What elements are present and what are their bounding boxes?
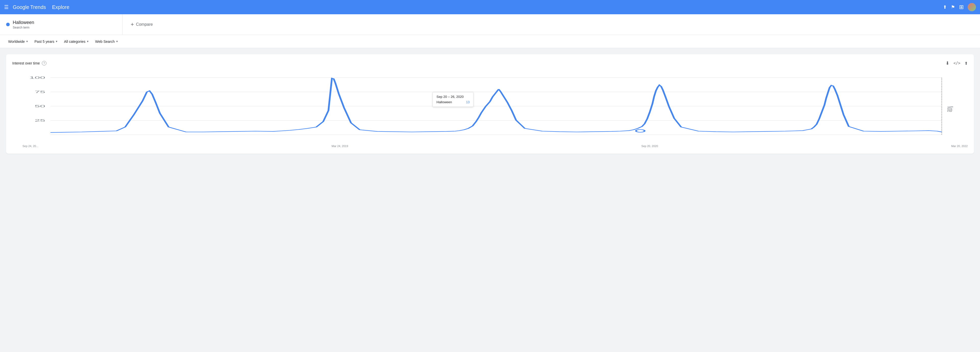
x-label-4: Mar 20, 2022 [951,144,968,147]
search-term-name[interactable]: Halloween [13,20,34,25]
share-icon[interactable]: ⬆ [943,4,947,10]
tooltip-date: Sep 20 – 26, 2020 [436,95,469,98]
chart-svg: 100 75 50 25 Note [12,72,968,144]
search-term-label: Search term [13,26,34,29]
embed-icon[interactable]: </> [953,61,960,65]
filter-time-arrow: ▼ [56,40,58,43]
download-icon[interactable]: ⬇ [945,60,950,66]
tooltip: Sep 20 – 26, 2020 Halloween 13 [433,92,473,107]
x-label-3: Sep 20, 2020 [641,144,658,147]
filter-location[interactable]: Worldwide ▼ [6,38,30,44]
header-explore-label: Explore [52,4,69,10]
compare-label: Compare [136,22,153,27]
header: ☰ Google Trends Explore ⬆ ⚑ ⊞ [0,0,980,14]
chart-wrapper: 100 75 50 25 Note Sep 20 – 26, 20 [12,72,968,144]
flag-icon[interactable]: ⚑ [951,4,955,10]
filter-category-arrow: ▼ [86,40,89,43]
main-content: Interest over time ? ⬇ </> ⬆ 100 75 50 2… [0,48,980,160]
search-term-box: Halloween Search term [0,14,123,35]
avatar-image [968,3,976,11]
x-label-2: Mar 24, 2019 [331,144,348,147]
svg-text:Note: Note [945,106,955,112]
google-trends-logo: Google Trends [13,4,46,10]
filter-search-type[interactable]: Web Search ▼ [93,38,121,44]
logo-trends: Trends [30,4,46,10]
svg-text:25: 25 [35,119,45,122]
search-dot [6,23,10,26]
filter-search-type-label: Web Search [95,40,115,44]
share-chart-icon[interactable]: ⬆ [964,61,968,66]
tooltip-value: 13 [466,100,469,104]
svg-text:75: 75 [35,90,45,94]
tooltip-dot [636,130,645,132]
filter-category-label: All categories [64,40,86,44]
filter-time-range-label: Past 5 years [35,40,54,44]
avatar[interactable] [968,3,976,11]
x-label-1: Sep 24, 20... [22,144,38,147]
compare-box[interactable]: + Compare [123,21,980,28]
filters-bar: Worldwide ▼ Past 5 years ▼ All categorie… [0,35,980,48]
search-term-text: Halloween Search term [13,20,34,29]
tooltip-term: Halloween [436,100,452,104]
chart-actions: ⬇ </> ⬆ [945,60,968,66]
filter-location-label: Worldwide [8,40,25,44]
chart-title: Interest over time [12,61,40,65]
svg-text:50: 50 [35,105,45,108]
help-icon[interactable]: ? [42,61,46,65]
apps-icon[interactable]: ⊞ [959,4,964,10]
search-area: Halloween Search term + Compare [0,14,980,35]
svg-text:100: 100 [29,76,45,79]
hamburger-icon[interactable]: ☰ [4,4,9,10]
logo-google: Google [13,4,29,10]
filter-search-type-arrow: ▼ [116,40,118,43]
compare-plus-icon: + [130,21,134,28]
tooltip-row: Halloween 13 [436,100,469,104]
filter-category[interactable]: All categories ▼ [62,38,91,44]
chart-card: Interest over time ? ⬇ </> ⬆ 100 75 50 2… [6,54,974,154]
x-axis: Sep 24, 20... Mar 24, 2019 Sep 20, 2020 … [12,144,968,147]
filter-time-range[interactable]: Past 5 years ▼ [32,38,60,44]
chart-header: Interest over time ? ⬇ </> ⬆ [12,60,968,66]
header-left: ☰ Google Trends Explore [4,4,69,10]
filter-location-arrow: ▼ [26,40,28,43]
header-right: ⬆ ⚑ ⊞ [943,0,976,14]
chart-title-area: Interest over time ? [12,61,46,65]
